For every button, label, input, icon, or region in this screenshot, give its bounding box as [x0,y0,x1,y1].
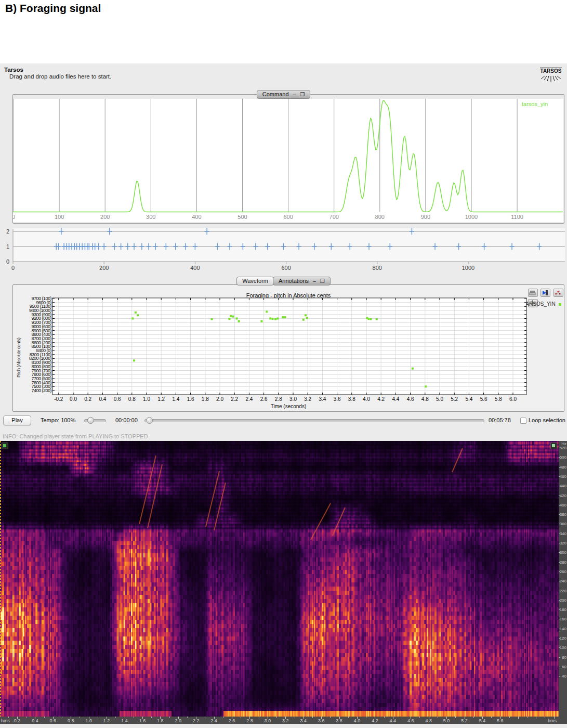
time-current: 00:00:00 [115,417,138,423]
time-tick-label: 5.0 [443,718,450,723]
time-tick-label: 4.0 [354,718,361,723]
scatter-point [131,317,134,319]
maximize-icon[interactable]: ❐ [320,278,325,284]
page-title: B) Foraging signal [5,2,101,15]
scatter-point [230,315,232,317]
seek-slider-thumb[interactable] [146,417,153,424]
svg-text:5.2: 5.2 [451,396,458,402]
seek-slider-track[interactable] [144,419,484,422]
svg-text:500: 500 [238,214,247,220]
scatter-point [266,310,268,313]
svg-text:400: 400 [192,214,201,220]
svg-text:600: 600 [281,265,291,271]
svg-text:3.8: 3.8 [348,396,355,402]
time-tick-label: 0.4 [32,718,38,723]
scatter-point [306,317,308,319]
tarsos-logo-text: TARSOS [540,68,562,74]
time-tick-label: 1.2 [103,718,110,723]
svg-text:0.8: 0.8 [128,396,136,402]
freq-tick-label: 280 [560,561,566,565]
svg-text:1.8: 1.8 [202,396,209,402]
spectrogram-canvas[interactable] [0,441,559,717]
time-tick-label: 3.0 [265,718,271,723]
tab-waveform[interactable]: Waveform [236,277,274,285]
tarsos-logo-rays [539,75,563,82]
svg-text:4.4: 4.4 [392,396,399,402]
freq-tick-label: 340 [560,532,566,536]
time-axis: hmshms0.20.40.60.81.01.21.41.61.82.02.22… [0,717,567,724]
tab-annotations-label: Annotations [279,278,309,284]
frequency-axis: Hz52050048046044042040038036034032030028… [559,441,567,717]
svg-text:2.8: 2.8 [275,396,282,402]
scatter-point [412,368,414,370]
freq-tick-label: 40 [562,674,566,679]
scatter-point [425,385,427,387]
time-tick-label: 2.4 [210,718,217,723]
freq-tick-label: 520 [560,446,566,450]
scatter-point [302,319,305,321]
scatter-point [137,314,139,316]
freq-tick-label: 80 [562,656,566,660]
app-title: Tarsos [4,67,23,73]
tarsos-logo: TARSOS [538,66,563,84]
svg-text:4.8: 4.8 [421,396,429,402]
freq-tick-label: 240 [560,579,566,583]
svg-text:0: 0 [11,265,15,271]
pitch-histogram-chart[interactable]: 010020030040050060070080090010001100tars… [13,99,563,222]
freq-tick-label: 100 [560,646,566,650]
freq-tick-label: 360 [560,522,566,526]
layers-icon[interactable] [553,289,563,297]
time-tick-label: 1.4 [121,718,128,723]
scatter-point [276,317,279,319]
time-tick-label: 0.6 [50,718,57,723]
playhead-marker [0,441,1,717]
time-tick-label: 3.6 [318,718,325,723]
freq-tick-label: 480 [560,465,566,470]
loop-selection-checkbox[interactable] [520,418,526,424]
pane-settings-icon[interactable] [550,443,557,449]
time-tick-label: 2.2 [193,718,200,723]
svg-text:3.4: 3.4 [319,396,326,402]
minimize-icon[interactable]: – [313,278,316,284]
tab-annotations[interactable]: Annotations – ❐ [273,277,331,285]
annotations-tabbar: Waveform Annotations – ❐ [0,277,567,286]
time-tick-label: 5.4 [479,718,486,723]
maximize-icon[interactable]: ❐ [300,91,305,98]
svg-text:100: 100 [55,214,64,220]
freq-tick-label: 300 [560,551,566,555]
svg-text:3.6: 3.6 [334,396,341,402]
loop-selection-label: Loop selection [529,417,565,423]
svg-text:2.4: 2.4 [245,396,253,402]
freq-tick-label: 400 [560,503,566,508]
time-tick-label: 4.4 [390,718,397,723]
svg-text:3.0: 3.0 [289,396,297,402]
command-tabbar: Command – ❐ [0,90,567,99]
freq-tick-label: 180 [560,608,566,612]
svg-text:5.0: 5.0 [436,396,443,402]
pitch-annotations-chart[interactable]: -0.20.00.20.40.60.81.01.21.41.61.82.02.2… [13,290,553,410]
time-tick-label: 2.8 [246,718,253,723]
time-tick-label: 3.4 [300,718,307,723]
svg-text:5.4: 5.4 [465,396,472,402]
scatter-point [260,320,262,322]
svg-text:2.2: 2.2 [231,396,238,402]
tab-command[interactable]: Command – ❐ [257,90,310,99]
svg-text:1.6: 1.6 [187,396,194,402]
svg-text:1000: 1000 [465,214,478,220]
scatter-point [269,317,271,319]
svg-text:900: 900 [421,214,430,220]
svg-text:4.0: 4.0 [363,396,370,402]
time-tick-label: 1.6 [139,718,146,723]
time-tick-label: 3.2 [282,718,289,723]
play-button[interactable]: Play [3,415,31,425]
svg-text:2.0: 2.0 [216,396,223,402]
freq-tick-label: 200 [560,599,566,603]
scatter-point [370,318,372,320]
svg-text:600: 600 [283,214,293,220]
svg-text:4.2: 4.2 [377,396,385,402]
svg-text:2: 2 [6,228,9,235]
svg-text:0.6: 0.6 [114,396,121,402]
minimize-icon[interactable]: – [293,91,296,98]
pane-menu-icon[interactable] [2,443,8,449]
annotation-strip-chart[interactable]: 21002004006008001000 [0,227,567,271]
